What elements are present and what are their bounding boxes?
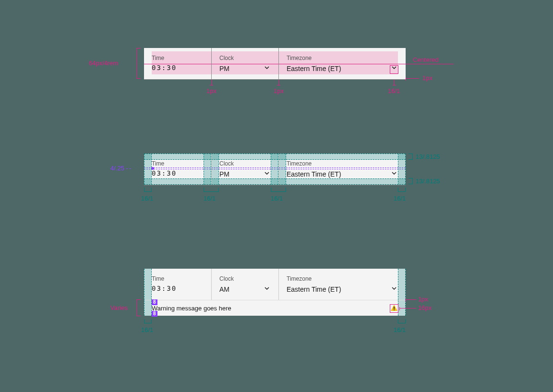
picker-with-message: Time 03:30 Clock AM Timezone Eastern Tim… [144,269,406,316]
clock-value: PM [219,169,271,178]
pad-l-bracket [144,320,152,323]
warning-message-text: Warning message goes here [152,305,231,312]
chevron-down-icon [263,64,271,73]
time-picker: Time 03:30 Clock PM Timezone Eastern Tim… [144,48,406,80]
clock-value: PM [219,64,271,73]
divider-2-annotation: 1px [274,87,284,95]
timezone-field[interactable]: Timezone Eastern Time (ET) [278,48,406,79]
pad-bottom-span [409,178,413,184]
pad-r-annotation: 16/1 [394,326,406,333]
chevron-down-icon [390,169,398,178]
warning-icon-highlight [390,304,398,313]
spec-3: Time 03:30 Clock AM Timezone Eastern Tim… [144,269,406,316]
divider-2-tick [278,80,279,85]
time-field[interactable]: Time 03:30 [144,154,211,185]
pad-l-bracket [144,188,152,192]
time-value: 03:30 [152,64,204,71]
height-annotation: 64px/4rem [89,59,118,67]
timezone-text: Eastern Time (ET) [287,170,341,178]
timezone-label: Timezone [287,160,398,167]
pad-r-bracket [398,320,406,323]
divider-1-tick [211,80,212,85]
gap-annotation: 4/.25 -- [110,165,132,172]
chevron-down-icon [263,169,271,178]
icon-annotation: 16px [418,304,432,311]
time-label: Time [152,160,204,167]
spec-1: Time 03:30 Clock PM Timezone Eastern Tim… [144,48,406,80]
height-bracket [136,48,141,79]
time-value: 03:30 [152,285,204,292]
clock-label: Clock [219,160,271,167]
chevron-annotation: 16/1 [388,87,400,95]
pad-c1-annotation: 16/1 [204,195,216,202]
timezone-value: Eastern Time (ET) [287,169,398,178]
time-picker: Time 03:30 Clock AM Timezone Eastern Tim… [144,269,406,300]
border-right-annotation: 1px [422,74,433,82]
clock-field[interactable]: Clock PM [211,48,278,79]
clock-label: Clock [219,54,271,62]
chevron-tick [394,80,395,85]
clock-text: PM [219,170,229,178]
pad-top-annotation: 13/.8125 [416,153,440,160]
msg-height-annotation: Varies [110,304,128,311]
pad-top-span [409,154,413,160]
pad-r-annotation: 16/1 [394,195,406,202]
timezone-label: Timezone [287,275,398,283]
chevron-down-icon [390,64,398,73]
divider-1-annotation: 1px [206,87,216,95]
time-field[interactable]: Time 03:30 [144,48,211,79]
centered-annotation: Centered [413,56,438,63]
clock-text: PM [219,65,229,72]
spec-2: Time 03:30 Clock PM Timezone Eastern Tim… [144,154,406,185]
clock-value: AM [219,285,271,294]
clock-field[interactable]: Clock AM [211,269,278,300]
warning-message-row: Warning message goes here 8 8 [144,300,406,316]
timezone-field[interactable]: Timezone Eastern Time (ET) [278,269,406,300]
icon-line [399,308,416,309]
timezone-label: Timezone [287,54,398,62]
time-value: 03:30 [152,169,204,177]
timezone-value: Eastern Time (ET) [287,285,398,294]
time-label: Time [152,54,204,62]
pad-c1-bracket [204,188,219,192]
chevron-down-icon [390,285,398,294]
clock-text: AM [219,285,229,293]
pad-l-annotation: 16/1 [141,195,153,202]
pad-l-annotation: 16/1 [141,326,153,333]
time-label: Time [152,275,204,283]
rule-annotation: 1px [418,296,428,303]
chevron-down-icon [263,285,271,294]
rule-line [406,299,416,300]
time-picker: Time 03:30 Clock PM Timezone Eastern Tim… [144,154,406,185]
pad-bottom-badge: 8 [152,311,157,317]
pad-c2-annotation: 16/1 [271,195,283,202]
timezone-text: Eastern Time (ET) [287,285,341,293]
border-right-line [406,78,419,79]
clock-label: Clock [219,275,271,283]
timezone-value: Eastern Time (ET) [287,64,398,73]
pad-bottom-annotation: 13/.8125 [416,178,440,185]
pad-c2-bracket [271,188,286,192]
timezone-text: Eastern Time (ET) [287,65,341,72]
timezone-field[interactable]: Timezone Eastern Time (ET) [278,154,406,185]
pad-top-badge: 8 [152,299,157,305]
clock-field[interactable]: Clock PM [211,154,278,185]
msg-height-bracket [136,299,141,316]
pad-r-bracket [398,188,406,192]
time-field[interactable]: Time 03:30 [144,269,211,300]
msg-pad-left-overlay [144,300,152,316]
